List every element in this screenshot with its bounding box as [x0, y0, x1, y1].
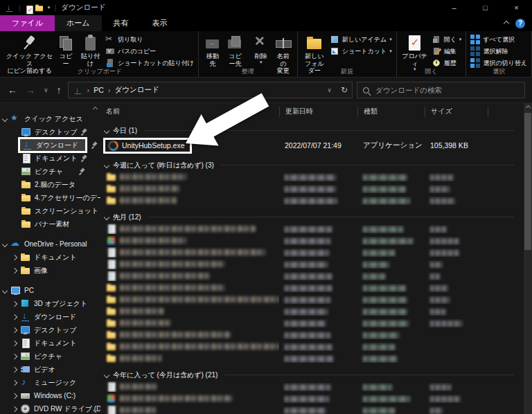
chevron-right-icon[interactable]	[12, 379, 17, 385]
file-row[interactable]	[100, 329, 524, 341]
back-icon[interactable]: ←	[6, 85, 19, 95]
history-button[interactable]: 履歴	[432, 58, 462, 68]
up-icon[interactable]: ↑	[55, 85, 64, 95]
customize-qat-caret-icon[interactable]: ▾	[48, 6, 51, 10]
minimize-button[interactable]: –	[438, 0, 470, 15]
file-row[interactable]	[100, 246, 524, 258]
vertical-scrollbar[interactable]	[524, 103, 532, 414]
chevron-down-icon[interactable]	[104, 372, 109, 377]
scrollbar-thumb[interactable]	[524, 113, 531, 250]
file-group-header[interactable]: 今日 (1)	[100, 125, 524, 136]
tab-home[interactable]: ホーム	[55, 15, 102, 31]
file-row[interactable]	[100, 258, 524, 270]
file-row[interactable]	[100, 282, 524, 294]
file-row[interactable]	[100, 404, 524, 414]
search-input[interactable]	[374, 85, 519, 95]
file-row[interactable]	[100, 223, 524, 235]
sidebar-item[interactable]: ピクチャ	[0, 165, 100, 178]
sidebar-item[interactable]: ミュージック	[0, 376, 100, 389]
properties-icon[interactable]	[25, 5, 30, 10]
chevron-down-icon[interactable]	[2, 241, 8, 246]
file-row[interactable]	[100, 270, 524, 282]
chevron-down-icon[interactable]	[104, 127, 109, 133]
chevron-right-icon[interactable]	[12, 267, 17, 273]
collapse-ribbon-icon[interactable]	[504, 20, 509, 26]
chevron-right-icon[interactable]	[12, 327, 17, 332]
file-group-header[interactable]: 今年に入って (今月は含めず) (21)	[100, 369, 524, 381]
help-button[interactable]: ?	[515, 19, 525, 28]
sidebar-item[interactable]: ダウンロード	[0, 310, 100, 323]
move-to-button[interactable]: 移動先	[202, 33, 224, 69]
chevron-right-icon[interactable]	[12, 340, 17, 345]
file-row[interactable]	[100, 171, 524, 183]
file-row[interactable]	[100, 235, 524, 246]
file-row[interactable]	[100, 317, 524, 329]
select-none-button[interactable]: 選択解除	[470, 46, 527, 56]
address-dropdown-icon[interactable]: ∨	[325, 85, 334, 95]
sidebar-item[interactable]: ダウンロード	[0, 138, 100, 152]
forward-icon[interactable]: →	[24, 85, 37, 95]
column-header-size[interactable]: サイズ	[425, 107, 488, 117]
sidebar-section-header[interactable]: OneDrive - Personal	[0, 237, 100, 251]
sidebar-item[interactable]: 画像	[0, 264, 100, 277]
chevron-down-icon[interactable]	[104, 214, 109, 219]
sidebar-item[interactable]: ドキュメント	[0, 152, 100, 165]
sidebar-item[interactable]: ピクチャ	[0, 350, 100, 363]
invert-selection-button[interactable]: 選択の切り替え	[470, 58, 527, 68]
file-group-header[interactable]: 今週に入って (昨日は含めず) (3)	[100, 159, 524, 171]
scroll-up-icon[interactable]	[525, 105, 530, 110]
sidebar-item[interactable]: Windows (C:)	[0, 389, 100, 402]
sidebar-item[interactable]: ビデオ	[0, 363, 100, 376]
sidebar-item[interactable]: ドキュメント	[0, 336, 100, 350]
breadcrumb-downloads[interactable]: ダウンロード	[115, 85, 159, 95]
file-row[interactable]	[100, 183, 524, 195]
maximize-button[interactable]: □	[470, 0, 501, 15]
tab-share[interactable]: 共有	[102, 15, 141, 31]
column-header-type[interactable]: 種類	[357, 107, 425, 117]
select-all-button[interactable]: すべて選択	[470, 35, 527, 44]
copy-button[interactable]: コピー	[55, 33, 77, 69]
chevron-down-icon[interactable]	[104, 162, 109, 168]
file-row[interactable]	[100, 195, 524, 206]
sidebar-section-header[interactable]: クイック アクセス	[0, 112, 100, 125]
sidebar-item[interactable]: DVD RW ドライブ (D:)	[0, 402, 100, 414]
recent-locations-icon[interactable]: ∨	[42, 85, 51, 95]
chevron-down-icon[interactable]	[2, 287, 8, 293]
chevron-right-icon[interactable]	[12, 314, 17, 319]
refresh-icon[interactable]: ↻	[341, 85, 348, 95]
paste-button[interactable]: 貼り付け	[77, 33, 104, 69]
sidebar-item[interactable]: バナー素材	[0, 217, 100, 231]
new-item-button[interactable]: 新しいアイテム ▾	[330, 35, 392, 44]
column-header-date[interactable]: 更新日時	[279, 107, 357, 117]
sidebar-section-header[interactable]: PC	[0, 284, 100, 297]
sidebar-item[interactable]: 3D オブジェクト	[0, 297, 100, 310]
chevron-down-icon[interactable]	[2, 116, 8, 121]
paste-shortcut-button[interactable]: ショートカットの貼り付け	[105, 58, 194, 68]
sidebar-item[interactable]: デスクトップ	[0, 323, 100, 336]
sidebar-item[interactable]: スクリーンショット	[0, 204, 100, 217]
chevron-right-icon[interactable]	[12, 353, 17, 359]
sidebar-scroll-up-icon[interactable]	[93, 107, 98, 111]
sidebar-item[interactable]: 4.アクセサリーのデータ	[0, 191, 100, 204]
delete-button[interactable]: 削除 ▾	[250, 33, 272, 66]
tab-file[interactable]: ファイル	[0, 15, 55, 31]
file-row[interactable]: UnityHubSetup.exe2022/07/07 21:49アプリケーショ…	[100, 136, 524, 154]
file-row[interactable]	[100, 294, 524, 305]
chevron-right-icon[interactable]	[12, 254, 17, 260]
new-folder-qat-icon[interactable]	[35, 3, 44, 12]
chevron-right-icon[interactable]	[12, 406, 17, 411]
chevron-right-icon[interactable]	[12, 393, 17, 398]
copy-to-button[interactable]: コピー先	[224, 33, 247, 69]
chevron-right-icon[interactable]	[12, 366, 17, 372]
open-button[interactable]: 開く ▾	[432, 35, 462, 44]
address-bar[interactable]: › PC › ダウンロード ∨ ↻	[68, 82, 353, 98]
file-row[interactable]	[100, 352, 524, 364]
search-box[interactable]	[357, 82, 525, 98]
close-button[interactable]: ×	[501, 0, 532, 15]
chevron-right-icon[interactable]	[12, 300, 17, 306]
file-row[interactable]	[100, 393, 524, 404]
edit-button[interactable]: 編集	[432, 46, 462, 56]
file-row[interactable]	[100, 341, 524, 352]
file-group-header[interactable]: 先月 (12)	[100, 211, 524, 223]
sidebar-item[interactable]: ドキュメント	[0, 251, 100, 264]
